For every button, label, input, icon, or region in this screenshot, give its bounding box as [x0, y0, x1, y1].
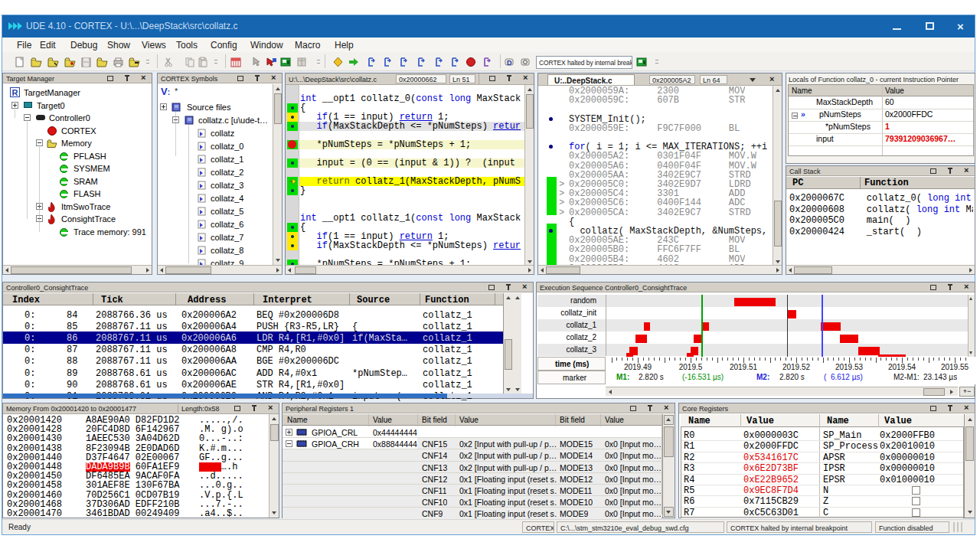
svg-text:D: D: [507, 59, 512, 67]
